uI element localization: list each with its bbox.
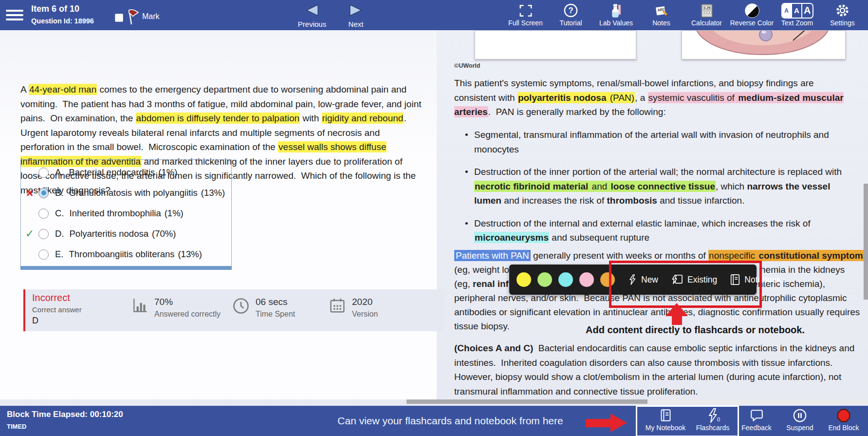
calendar-icon <box>328 297 347 315</box>
answer-choice[interactable]: E. Thromboangiitis obliterans (13%) <box>21 244 231 265</box>
flashcards-button[interactable]: 0 Flashcards <box>690 408 735 432</box>
choice-text: Inherited thrombophilia <box>70 208 161 219</box>
text-zoom-button[interactable]: AAA Text Zoom <box>775 2 820 27</box>
text-segment: generally present with weeks or months o… <box>531 250 708 261</box>
highlighted-text: 44-year-old man <box>29 84 97 95</box>
feedback-button[interactable]: Feedback <box>733 408 780 432</box>
choice-letter: E. <box>55 249 63 260</box>
previous-button[interactable]: Previous <box>295 4 329 28</box>
explanation-choices-paragraph: (Choices A and C) Bacterial endocarditis… <box>454 341 857 398</box>
highlight-color-dot[interactable] <box>600 272 615 287</box>
incorrect-x-icon: × <box>21 187 38 199</box>
text-segment: . PAN is generally marked by the followi… <box>488 107 666 117</box>
explanation-bullet-list: Segmental, transmural inflammation of th… <box>462 128 851 245</box>
flashcard-new-button[interactable]: New <box>621 274 665 285</box>
lab-values-button[interactable]: Lab Values <box>593 2 639 27</box>
answer-choices-box: A. Bacterial endocarditis (1%) × B. Gran… <box>20 159 232 266</box>
reverse-color-icon <box>729 2 775 19</box>
flag-icon <box>126 8 140 25</box>
highlighted-text: abdomen is diffusely tender to palpation <box>136 113 300 124</box>
annotation-up-arrow-stem <box>672 316 682 325</box>
bolt-card-icon <box>671 274 683 285</box>
choice-radio[interactable] <box>38 229 49 239</box>
answer-choice[interactable]: C. Inherited thrombophilia (1%) <box>21 203 231 224</box>
highlighted-text: systemic vasculitis of <box>648 92 738 103</box>
end-block-button[interactable]: End Block <box>821 408 867 432</box>
choice-text: Bacterial endocarditis <box>69 167 155 178</box>
mark-label[interactable]: Mark <box>142 12 160 21</box>
bar-chart-icon <box>131 297 149 314</box>
choice-radio[interactable] <box>38 188 49 198</box>
notebook-label: Notebook <box>744 275 781 285</box>
highlighted-text: nonspecific <box>708 250 758 261</box>
settings-button[interactable]: Settings <box>820 2 865 27</box>
pause-icon <box>777 408 822 423</box>
highlight-color-dot[interactable] <box>537 272 552 287</box>
menu-icon[interactable] <box>6 7 24 23</box>
flashcard-existing-button[interactable]: Existing <box>665 274 723 285</box>
result-status: Incorrect <box>32 292 70 303</box>
highlight-color-dot[interactable] <box>579 272 594 287</box>
calculator-button[interactable]: 0.25 Calculator <box>684 2 729 27</box>
horizontal-scrollbar-thumb[interactable] <box>406 399 647 404</box>
choice-percent: (1%) <box>158 167 177 178</box>
fullscreen-button[interactable]: Full Screen <box>503 2 548 27</box>
explanation-intro: This patient's systemic symptoms, renal/… <box>454 76 857 119</box>
tutorial-button[interactable]: ? Tutorial <box>548 2 593 27</box>
text-segment: Destruction of the internal and external… <box>474 218 811 228</box>
bullet-item: Segmental, transmural inflammation of th… <box>462 128 851 156</box>
answer-choice[interactable]: A. Bacterial endocarditis (1%) <box>21 162 231 183</box>
correct-answer-label: Correct answer <box>32 305 82 314</box>
time-spent-stat: 06 secs Time Spent <box>232 297 295 319</box>
annotation-up-arrow <box>665 303 688 316</box>
choice-percent: (1%) <box>165 208 184 219</box>
my-notebook-button[interactable]: My Notebook <box>640 408 691 432</box>
pan-paragraph-line: (eg, weight lo hemia in the kidneys <box>454 263 509 277</box>
highlight-color-dot[interactable] <box>558 272 573 287</box>
highlight-color-dot[interactable] <box>517 272 531 287</box>
new-label: New <box>641 275 658 285</box>
highlighted-text: Patients with PAN <box>454 250 531 261</box>
pan-paragraph-line: antibodies or significant elevation in a… <box>454 305 860 320</box>
settings-gear-icon <box>820 2 865 19</box>
next-button[interactable]: Next <box>339 4 373 28</box>
feedback-bubble-icon <box>733 408 780 423</box>
highlighted-text: (PAN) <box>607 92 635 103</box>
bullet-item: Destruction of the internal and external… <box>462 216 851 245</box>
svg-text:0.25: 0.25 <box>703 6 710 10</box>
answer-choice[interactable]: ✓ D. Polyarteritis nodosa (70%) <box>21 224 231 244</box>
next-arrow-icon <box>348 4 364 17</box>
bullet-item: Destruction of the inner portion of the … <box>462 165 851 208</box>
notebook-icon <box>730 274 740 285</box>
svg-text:?: ? <box>568 6 573 15</box>
choice-percent: (13%) <box>178 249 202 260</box>
vertical-scrollbar-thumb[interactable] <box>864 184 868 300</box>
reverse-color-button[interactable]: Reverse Color <box>729 2 775 27</box>
text-segment: hemia in the kidneys <box>760 265 845 275</box>
choice-percent: (70%) <box>152 228 176 239</box>
mark-checkbox[interactable] <box>115 14 123 22</box>
notebook-popup-button[interactable]: Notebook <box>723 274 787 285</box>
choice-radio[interactable] <box>38 249 49 260</box>
choice-radio[interactable] <box>38 209 49 219</box>
calculator-icon: 0.25 <box>684 2 729 19</box>
notebook-icon <box>640 408 691 423</box>
annotation-right-arrow-stem <box>586 419 611 427</box>
mark-control[interactable]: Mark <box>115 8 160 25</box>
footer-annotation-text: Can view your flashcards and notebook fr… <box>312 415 589 427</box>
text-zoom-icon: AAA <box>775 2 820 19</box>
tutorial-icon: ? <box>548 2 593 19</box>
highlighted-text: constitutional symptoms <box>758 250 868 261</box>
notes-button[interactable]: ABC Notes <box>639 2 684 27</box>
choice-percent: (13%) <box>201 188 225 198</box>
suspend-button[interactable]: Suspend <box>777 408 822 432</box>
answer-choice[interactable]: × B. Granulomatosis with polyangiitis (1… <box>21 183 231 203</box>
pan-paragraph-line: Patients with PAN generally present with… <box>454 248 868 263</box>
stop-octagon-icon <box>821 408 867 423</box>
question-id: Question Id: 18996 <box>31 17 94 25</box>
choice-radio[interactable] <box>38 168 49 178</box>
correct-check-icon: ✓ <box>21 228 38 239</box>
text-segment: and increases the risk of <box>501 195 607 206</box>
highlighted-text: rigidity and rebound <box>322 113 404 124</box>
next-label: Next <box>339 20 373 28</box>
